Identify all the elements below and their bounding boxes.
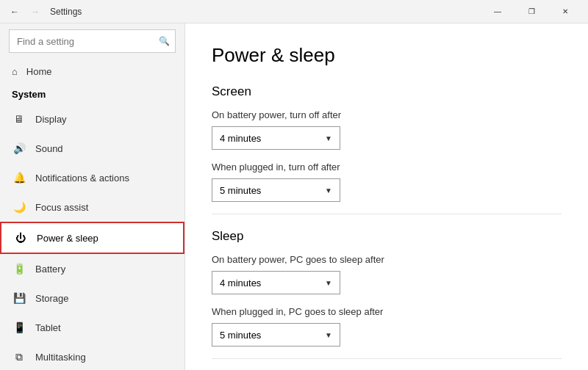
- screen-battery-dropdown[interactable]: 4 minutes ▼: [212, 126, 340, 150]
- title-bar-left: ← → Settings: [6, 3, 82, 21]
- sidebar-item-label-multitasking: Multitasking: [35, 352, 86, 363]
- sleep-plugged-dropdown[interactable]: 5 minutes ▼: [212, 323, 340, 347]
- screen-plugged-value: 5 minutes: [220, 185, 261, 196]
- page-title: Power & sleep: [212, 44, 562, 67]
- app-body: 🔍 ⌂ Home System 🖥 Display 🔊 Sound 🔔 Noti…: [0, 23, 588, 370]
- forward-button[interactable]: →: [26, 3, 44, 21]
- sidebar-item-sound[interactable]: 🔊 Sound: [0, 134, 184, 163]
- sleep-battery-chevron: ▼: [325, 279, 332, 287]
- screen-battery-value: 4 minutes: [220, 133, 261, 144]
- app-title: Settings: [50, 7, 82, 17]
- nav-buttons: ← →: [6, 3, 44, 21]
- sleep-battery-label: On battery power, PC goes to sleep after: [212, 254, 562, 265]
- sleep-section-title: Sleep: [212, 229, 562, 244]
- screen-battery-chevron: ▼: [325, 134, 332, 142]
- content-area: Power & sleep Screen On battery power, t…: [185, 23, 588, 370]
- tablet-icon: 📱: [12, 320, 26, 335]
- sidebar-item-multitasking[interactable]: ⧉ Multitasking: [0, 342, 184, 370]
- home-label: Home: [26, 66, 52, 77]
- sidebar-item-label-display: Display: [35, 114, 67, 125]
- title-bar: ← → Settings — ❐ ✕: [0, 0, 588, 23]
- section-divider-1: [212, 214, 562, 214]
- screen-battery-label: On battery power, turn off after: [212, 109, 562, 120]
- sidebar-item-label-notifications: Notifications & actions: [35, 173, 129, 184]
- window-controls: — ❐ ✕: [481, 0, 582, 23]
- sidebar-item-label-focus: Focus assist: [35, 202, 88, 213]
- screen-section-title: Screen: [212, 84, 562, 99]
- search-input[interactable]: [9, 29, 176, 53]
- close-button[interactable]: ✕: [548, 0, 582, 23]
- multitasking-icon: ⧉: [12, 349, 26, 364]
- battery-icon: 🔋: [12, 261, 26, 276]
- sidebar-item-storage[interactable]: 💾 Storage: [0, 283, 184, 313]
- screen-plugged-dropdown[interactable]: 5 minutes ▼: [212, 178, 340, 202]
- sound-icon: 🔊: [12, 141, 26, 156]
- power-icon: ⏻: [13, 231, 28, 245]
- sleep-plugged-field: When plugged in, PC goes to sleep after …: [212, 306, 562, 347]
- sidebar: 🔍 ⌂ Home System 🖥 Display 🔊 Sound 🔔 Noti…: [0, 23, 185, 370]
- sidebar-item-label-power: Power & sleep: [37, 233, 98, 244]
- sidebar-item-label-tablet: Tablet: [35, 322, 61, 333]
- screen-plugged-label: When plugged in, turn off after: [212, 162, 562, 173]
- screen-plugged-field: When plugged in, turn off after 5 minute…: [212, 162, 562, 202]
- display-icon: 🖥: [12, 112, 26, 126]
- section-divider-2: [212, 358, 562, 359]
- sidebar-item-label-sound: Sound: [35, 143, 63, 154]
- storage-icon: 💾: [12, 291, 26, 305]
- sidebar-item-focus[interactable]: 🌙 Focus assist: [0, 192, 184, 222]
- sidebar-item-label-battery: Battery: [35, 264, 65, 275]
- sleep-plugged-chevron: ▼: [325, 331, 332, 339]
- notifications-icon: 🔔: [12, 170, 26, 185]
- restore-button[interactable]: ❐: [514, 0, 548, 23]
- sleep-plugged-value: 5 minutes: [220, 330, 261, 341]
- system-section-label: System: [0, 84, 184, 104]
- home-icon: ⌂: [12, 66, 18, 77]
- search-container: 🔍: [9, 29, 176, 53]
- screen-plugged-chevron: ▼: [325, 186, 332, 195]
- sidebar-item-label-storage: Storage: [35, 293, 69, 304]
- minimize-button[interactable]: —: [481, 0, 514, 23]
- sleep-battery-dropdown[interactable]: 4 minutes ▼: [212, 271, 340, 294]
- focus-icon: 🌙: [12, 200, 26, 214]
- search-icon: 🔍: [159, 36, 170, 46]
- sidebar-item-battery[interactable]: 🔋 Battery: [0, 254, 184, 283]
- sidebar-items-list: 🖥 Display 🔊 Sound 🔔 Notifications & acti…: [0, 104, 184, 370]
- sidebar-item-power[interactable]: ⏻ Power & sleep: [0, 222, 184, 254]
- screen-battery-field: On battery power, turn off after 4 minut…: [212, 109, 562, 150]
- sleep-battery-value: 4 minutes: [220, 278, 261, 289]
- sidebar-item-notifications[interactable]: 🔔 Notifications & actions: [0, 163, 184, 192]
- sidebar-item-home[interactable]: ⌂ Home: [0, 59, 184, 84]
- sidebar-item-tablet[interactable]: 📱 Tablet: [0, 313, 184, 342]
- sleep-plugged-label: When plugged in, PC goes to sleep after: [212, 306, 562, 317]
- sleep-battery-field: On battery power, PC goes to sleep after…: [212, 254, 562, 294]
- sidebar-item-display[interactable]: 🖥 Display: [0, 104, 184, 134]
- back-button[interactable]: ←: [6, 3, 24, 21]
